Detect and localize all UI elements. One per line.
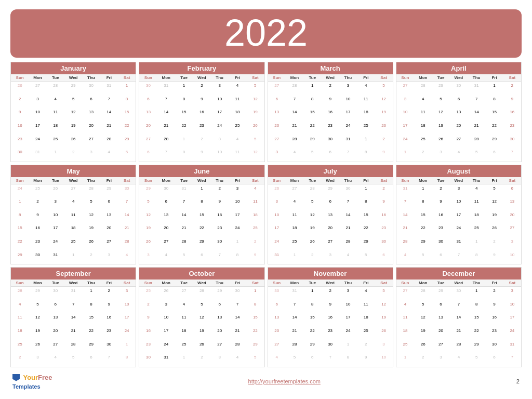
day-header-sat: Sat [118, 280, 136, 286]
day-cell: 18 [47, 122, 64, 135]
day-cell: 4 [396, 251, 414, 264]
day-cell: 8 [229, 251, 246, 264]
day-cell: 9 [321, 95, 339, 109]
day-cell: 8 [118, 95, 136, 109]
day-cell: 8 [118, 353, 136, 367]
day-cell: 9 [100, 300, 118, 314]
day-header-fri: Fri [357, 280, 375, 286]
day-cell: 24 [396, 135, 414, 149]
day-cell: 17 [229, 211, 246, 224]
day-cell: 10 [450, 197, 468, 211]
day-cell: 1 [47, 148, 64, 162]
day-cell: 6 [432, 251, 449, 264]
day-header-fri: Fri [485, 280, 503, 286]
day-cell: 27 [29, 82, 46, 95]
day-cell: 1 [357, 135, 375, 149]
day-cell: 1 [339, 340, 357, 354]
day-header-thu: Thu [82, 280, 100, 286]
day-cell: 30 [82, 82, 100, 95]
month-header-november: November [268, 268, 393, 280]
day-cell: 17 [268, 224, 286, 237]
days-grid: 2627282930123456789101112131415161718192… [268, 184, 393, 264]
day-cell: 25 [414, 135, 432, 149]
day-cell: 28 [303, 184, 321, 198]
day-cell: 22 [414, 224, 432, 237]
day-cell: 10 [503, 251, 521, 264]
day-header-mon: Mon [29, 74, 46, 81]
day-cell: 27 [396, 82, 414, 95]
day-cell: 6 [375, 251, 392, 264]
day-cell: 7 [286, 300, 303, 314]
day-cell: 1 [175, 82, 193, 95]
day-cell: 15 [246, 313, 264, 327]
logo-templates: Templates [12, 383, 41, 390]
day-cell: 6 [139, 148, 157, 162]
day-cell: 2 [29, 197, 46, 211]
day-cell: 5 [357, 251, 375, 264]
day-cell: 26 [47, 184, 64, 198]
day-cell: 6 [193, 251, 210, 264]
day-cell: 28 [157, 135, 175, 149]
month-block-may: MaySunMonTueWedThuFriSat2425262728293012… [10, 165, 136, 265]
day-cell: 7 [118, 197, 136, 211]
day-cell: 23 [139, 340, 157, 354]
day-header-sun: Sun [268, 74, 286, 81]
day-header-tue: Tue [303, 74, 321, 81]
day-header-mon: Mon [414, 74, 432, 81]
month-block-june: JuneSunMonTueWedThuFriSat293031123456789… [139, 165, 264, 265]
day-cell: 9 [375, 148, 392, 162]
day-cell: 1 [82, 287, 100, 300]
day-cell: 17 [47, 224, 64, 237]
day-cell: 1 [11, 197, 29, 211]
day-header-tue: Tue [47, 74, 64, 81]
day-cell: 6 [211, 300, 229, 314]
day-cell: 3 [339, 287, 357, 300]
day-cell: 4 [468, 184, 485, 198]
day-cell: 2 [485, 237, 503, 251]
day-cell: 30 [139, 82, 157, 95]
day-header-sat: Sat [503, 177, 521, 184]
day-cell: 2 [357, 340, 375, 354]
footer-url[interactable]: http://yourfreetemplates.com [248, 378, 321, 384]
day-cell: 7 [211, 251, 229, 264]
day-cell: 6 [47, 300, 64, 314]
day-cell: 25 [175, 340, 193, 354]
day-header-thu: Thu [211, 280, 229, 286]
day-cell: 22 [11, 237, 29, 251]
day-cell: 10 [396, 108, 414, 122]
day-cell: 19 [29, 327, 46, 340]
day-header-wed: Wed [193, 280, 210, 286]
day-cell: 3 [432, 148, 449, 162]
day-cell: 3 [100, 251, 118, 264]
day-header-sat: Sat [118, 74, 136, 81]
day-cell: 21 [286, 327, 303, 340]
day-headers-row: SunMonTueWedThuFriSat [396, 177, 521, 184]
day-cell: 4 [157, 251, 175, 264]
day-cell: 10 [375, 353, 392, 367]
day-header-wed: Wed [450, 280, 468, 286]
day-cell: 3 [503, 237, 521, 251]
day-header-wed: Wed [64, 74, 82, 81]
day-cell: 8 [357, 197, 375, 211]
day-header-sun: Sun [268, 177, 286, 184]
day-cell: 18 [286, 224, 303, 237]
day-cell: 1 [64, 251, 82, 264]
day-cell: 21 [286, 122, 303, 135]
day-cell: 17 [339, 313, 357, 327]
day-cell: 20 [100, 224, 118, 237]
day-header-tue: Tue [303, 177, 321, 184]
day-cell: 10 [211, 148, 229, 162]
day-cell: 25 [29, 184, 46, 198]
day-header-sat: Sat [246, 177, 264, 184]
day-cell: 28 [450, 340, 468, 354]
month-block-july: JulySunMonTueWedThuFriSat262728293012345… [268, 165, 393, 265]
day-cell: 7 [468, 95, 485, 109]
day-cell: 29 [432, 287, 449, 300]
day-header-wed: Wed [321, 280, 339, 286]
day-cell: 29 [82, 340, 100, 354]
day-cell: 29 [321, 184, 339, 198]
day-cell: 28 [414, 82, 432, 95]
day-header-tue: Tue [432, 74, 449, 81]
day-cell: 30 [375, 237, 392, 251]
day-cell: 8 [175, 148, 193, 162]
